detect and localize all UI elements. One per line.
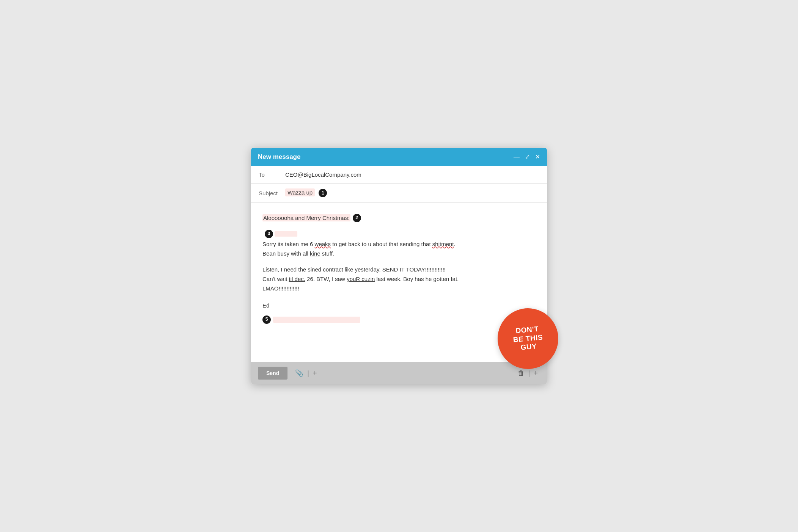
para2-line3: LMAO!!!!!!!!!!!!! [262, 284, 536, 293]
minimize-button[interactable]: — [514, 154, 520, 160]
add-icon[interactable]: + [311, 369, 319, 377]
para1-line2: Bean busy with all kine stuff. [262, 249, 536, 259]
subject-field-row: Subject Wazza up 1 [251, 184, 547, 203]
badge-2: 2 [353, 214, 361, 222]
misspelled-weaks: weaks [315, 241, 331, 247]
subject-label: Subject [259, 190, 285, 196]
divider-2: | [527, 369, 532, 377]
maximize-button[interactable]: ⤢ [525, 154, 530, 160]
para2-line2: Can't wait til dec. 26. BTW, I saw youR … [262, 275, 536, 284]
attach-icon[interactable]: 📎 [293, 369, 306, 377]
underlined-sined: sined [308, 266, 321, 273]
signature: Ed [262, 301, 536, 311]
subject-highlight: Wazza up [285, 188, 315, 196]
title-bar: New message — ⤢ ✕ [251, 148, 547, 166]
greeting-text: Alooooooha and Merry Christmas: [262, 213, 350, 223]
close-button[interactable]: ✕ [535, 154, 540, 160]
item5-bar [273, 317, 360, 323]
paragraph-2: Listen, I need the sined contract like y… [262, 265, 536, 293]
underlined-kine: kine [310, 250, 320, 257]
window-controls: — ⤢ ✕ [514, 154, 540, 160]
para2-line1: Listen, I need the sined contract like y… [262, 265, 536, 275]
bottom-bar: Send 📎 | + 🗑 | + [251, 362, 547, 384]
underlined-til: til dec. [289, 276, 305, 282]
item5-row: 5 [262, 315, 536, 324]
divider-1: | [306, 369, 311, 377]
to-field-row: To CEO@BigLocalCompany.com [251, 166, 547, 184]
send-button[interactable]: Send [258, 367, 287, 380]
badge-3: 3 [265, 230, 273, 238]
annotation3-row: 3 [262, 230, 536, 238]
trash-icon[interactable]: 🗑 [515, 369, 527, 377]
bottom-right-controls: 🗑 | + [515, 369, 540, 377]
underlined-yourR: youR cuzin [347, 276, 375, 282]
window-title: New message [258, 153, 300, 161]
to-value[interactable]: CEO@BigLocalCompany.com [285, 171, 539, 178]
to-label: To [259, 171, 285, 178]
paragraph-1: Sorry its taken me 6 weaks to get back t… [262, 240, 536, 259]
greeting-row: Alooooooha and Merry Christmas: 2 [262, 213, 536, 223]
callout-text: DON'T BE THIS GUY [512, 325, 544, 353]
subject-badge: 1 [319, 189, 327, 197]
misspelled-shitment: shitment [432, 241, 454, 247]
annotation3-bar [275, 231, 297, 237]
add-icon-right[interactable]: + [531, 369, 540, 377]
para1-line1: Sorry its taken me 6 weaks to get back t… [262, 240, 536, 249]
subject-value[interactable]: Wazza up 1 [285, 189, 539, 197]
subject-val: Wazza up [287, 189, 313, 196]
greeting-highlight: Alooooooha and Merry Christmas: [262, 214, 350, 221]
badge-5: 5 [262, 315, 271, 324]
